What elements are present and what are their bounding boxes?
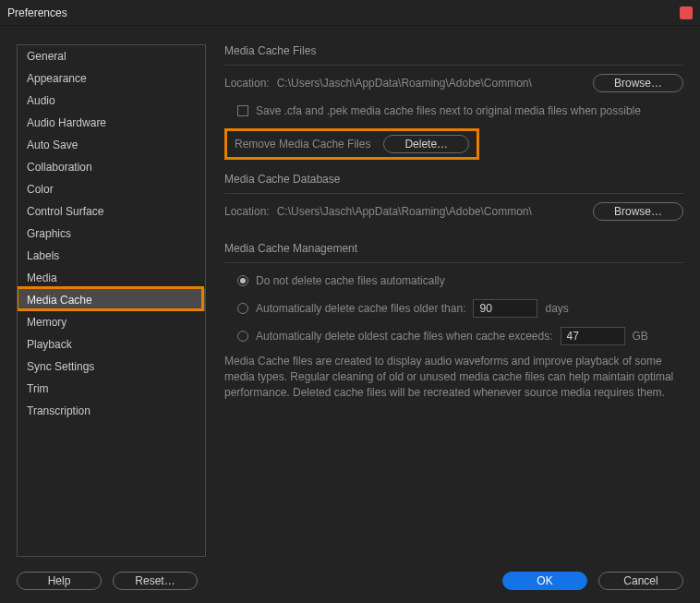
sidebar-item-collaboration[interactable]: Collaboration xyxy=(18,156,205,178)
opt3-label: Automatically delete oldest cache files … xyxy=(256,330,553,343)
close-icon[interactable] xyxy=(680,6,693,19)
opt3-radio[interactable] xyxy=(237,331,248,342)
sidebar-item-playback[interactable]: Playback xyxy=(18,333,205,356)
save-next-to-row: Save .cfa and .pek media cache files nex… xyxy=(237,101,683,121)
opt2-radio[interactable] xyxy=(237,303,248,314)
opt2-label: Automatically delete cache files older t… xyxy=(256,302,465,315)
section-media-cache-management: Media Cache Management Do not delete cac… xyxy=(224,242,683,400)
opt3-row: Automatically delete oldest cache files … xyxy=(237,326,683,346)
sidebar-item-media[interactable]: Media xyxy=(18,267,205,289)
preferences-content: Media Cache Files Location: C:\Users\Jas… xyxy=(224,44,683,557)
section-body: Do not delete cache files automatically … xyxy=(224,262,683,400)
location-label: Location: xyxy=(224,205,270,218)
opt1-label: Do not delete cache files automatically xyxy=(256,274,445,287)
help-button[interactable]: Help xyxy=(17,572,102,590)
opt3-input[interactable] xyxy=(561,327,625,345)
sidebar-item-appearance[interactable]: Appearance xyxy=(18,67,205,90)
sidebar-item-media-cache[interactable]: Media Cache xyxy=(18,289,205,311)
sidebar-item-audio-hardware[interactable]: Audio Hardware xyxy=(18,112,205,134)
db-location-row: Location: C:\Users\Jasch\AppData\Roaming… xyxy=(224,201,683,222)
sidebar-item-labels[interactable]: Labels xyxy=(18,245,205,267)
sidebar-item-general[interactable]: General xyxy=(18,45,205,67)
location-path: C:\Users\Jasch\AppData\Roaming\Adobe\Com… xyxy=(277,77,585,90)
sidebar-item-color[interactable]: Color xyxy=(18,178,205,200)
opt2-row: Automatically delete cache files older t… xyxy=(237,298,683,319)
opt3-unit: GB xyxy=(633,330,648,343)
remove-cache-label: Remove Media Cache Files xyxy=(235,138,370,151)
main-row: GeneralAppearanceAudioAudio HardwareAuto… xyxy=(17,44,683,557)
save-next-to-checkbox[interactable] xyxy=(237,105,248,116)
sidebar-item-graphics[interactable]: Graphics xyxy=(18,223,205,245)
section-media-cache-database: Media Cache Database Location: C:\Users\… xyxy=(224,173,683,229)
management-description: Media Cache files are created to display… xyxy=(224,354,683,400)
location-row: Location: C:\Users\Jasch\AppData\Roaming… xyxy=(224,73,683,93)
sidebar-item-audio[interactable]: Audio xyxy=(18,90,205,112)
preferences-window: Preferences GeneralAppearanceAudioAudio … xyxy=(0,0,700,603)
sidebar-item-trim[interactable]: Trim xyxy=(18,378,205,400)
db-browse-button[interactable]: Browse… xyxy=(593,202,683,221)
db-location-path: C:\Users\Jasch\AppData\Roaming\Adobe\Com… xyxy=(277,205,585,218)
footer: Help Reset… OK Cancel xyxy=(17,568,683,594)
cancel-button[interactable]: Cancel xyxy=(598,572,683,590)
browse-button[interactable]: Browse… xyxy=(593,74,683,92)
opt1-row: Do not delete cache files automatically xyxy=(237,271,683,291)
sidebar-item-transcription[interactable]: Transcription xyxy=(18,400,205,422)
section-title: Media Cache Management xyxy=(224,242,683,255)
reset-button[interactable]: Reset… xyxy=(113,572,198,590)
preferences-sidebar[interactable]: GeneralAppearanceAudioAudio HardwareAuto… xyxy=(17,44,206,557)
remove-cache-highlight: Remove Media Cache Files Delete… xyxy=(224,128,479,160)
window-title: Preferences xyxy=(7,6,680,19)
opt1-radio[interactable] xyxy=(237,275,248,286)
section-media-cache-files: Media Cache Files Location: C:\Users\Jas… xyxy=(224,44,683,160)
sidebar-item-auto-save[interactable]: Auto Save xyxy=(18,134,205,156)
section-body: Location: C:\Users\Jasch\AppData\Roaming… xyxy=(224,65,683,160)
section-title: Media Cache Files xyxy=(224,44,683,57)
sidebar-item-memory[interactable]: Memory xyxy=(18,311,205,333)
ok-button[interactable]: OK xyxy=(502,572,587,590)
opt2-input[interactable] xyxy=(473,299,537,318)
location-label: Location: xyxy=(224,77,270,90)
section-body: Location: C:\Users\Jasch\AppData\Roaming… xyxy=(224,193,683,222)
section-title: Media Cache Database xyxy=(224,173,683,186)
body-area: GeneralAppearanceAudioAudio HardwareAuto… xyxy=(0,26,700,603)
delete-button[interactable]: Delete… xyxy=(383,135,469,153)
sidebar-item-sync-settings[interactable]: Sync Settings xyxy=(18,356,205,378)
titlebar: Preferences xyxy=(0,0,700,26)
sidebar-item-control-surface[interactable]: Control Surface xyxy=(18,200,205,223)
opt2-unit: days xyxy=(545,302,568,315)
save-next-to-label: Save .cfa and .pek media cache files nex… xyxy=(256,104,641,117)
